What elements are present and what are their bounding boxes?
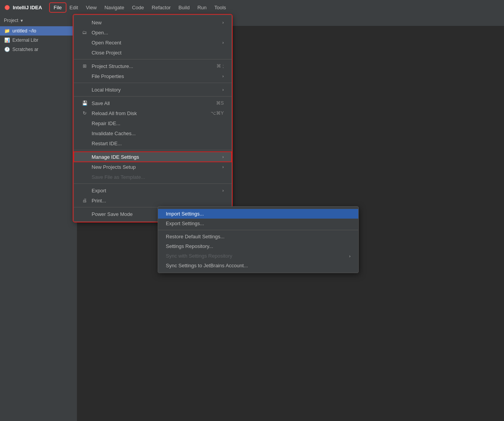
menu-edit[interactable]: Edit — [66, 3, 82, 12]
menu-item-manage-ide-settings[interactable]: Manage IDE Settings › — [74, 152, 232, 162]
save-all-icon: 💾 — [82, 100, 88, 106]
project-structure-icon: ⊞ — [82, 63, 88, 69]
arrow-icon-local-history: › — [222, 87, 224, 92]
arrow-icon-new-projects: › — [222, 165, 224, 169]
menu-item-print[interactable]: 🖨 Print... — [74, 195, 232, 205]
menu-item-reload-all[interactable]: ↻ Reload All from Disk ⌥⌘Y — [74, 108, 232, 118]
dropdown-container: New › 🗂 Open... Open Recent › Close Proj… — [0, 15, 158, 222]
menu-item-new-projects-setup[interactable]: New Projects Setup › — [74, 162, 232, 172]
menu-code[interactable]: Code — [128, 3, 148, 12]
menu-item-close-project[interactable]: Close Project — [74, 48, 232, 58]
file-menu: New › 🗂 Open... Open Recent › Close Proj… — [73, 15, 232, 222]
shortcut-reload: ⌥⌘Y — [211, 110, 224, 116]
export-icon — [82, 187, 88, 194]
reload-icon: ↻ — [82, 110, 88, 116]
arrow-icon-file-props: › — [222, 74, 224, 78]
arrow-icon-new: › — [222, 20, 224, 25]
divider-3 — [74, 96, 232, 97]
submenu-item-export-settings[interactable]: Export Settings... — [158, 219, 358, 228]
shortcut-project-structure: ⌘ ; — [216, 63, 224, 69]
menu-file[interactable]: File — [50, 3, 66, 12]
menu-item-save-file-template: Save File as Template... — [74, 172, 232, 182]
divider-1 — [74, 59, 232, 59]
repair-icon — [82, 120, 88, 126]
submenu-item-import-settings[interactable]: Import Settings... — [158, 209, 358, 219]
shortcut-save-all: ⌘S — [216, 100, 224, 106]
menu-item-open[interactable]: 🗂 Open... — [74, 27, 232, 37]
app-name: IntelliJ IDEA — [13, 5, 42, 10]
new-icon — [82, 19, 88, 25]
save-template-icon — [82, 174, 88, 180]
submenu-item-settings-repo[interactable]: Settings Repository... — [158, 241, 358, 251]
menu-item-project-structure[interactable]: ⊞ Project Structure... ⌘ ; — [74, 61, 232, 71]
file-props-icon — [82, 73, 88, 79]
folder-open-icon: 🗂 — [82, 29, 88, 36]
menu-tools[interactable]: Tools — [210, 3, 230, 12]
arrow-icon-manage-ide: › — [222, 154, 224, 159]
menu-item-restart-ide[interactable]: Restart IDE... — [74, 138, 232, 148]
menu-item-export[interactable]: Export › — [74, 185, 232, 195]
menu-view[interactable]: View — [82, 3, 100, 12]
print-icon: 🖨 — [82, 197, 88, 204]
power-save-icon — [82, 211, 88, 217]
traffic-light-red[interactable] — [5, 5, 10, 10]
menu-item-new[interactable]: New › — [74, 17, 232, 27]
menu-bar: File Edit View Navigate Code Refactor Bu… — [50, 3, 230, 12]
submenu-divider-1 — [158, 230, 358, 230]
submenu-item-sync-jetbrains[interactable]: Sync Settings to JetBrains Account... — [158, 261, 358, 270]
new-projects-icon — [82, 164, 88, 170]
submenu-item-sync-settings-repo: Sync with Settings Repository › — [158, 251, 358, 261]
close-project-icon — [82, 49, 88, 56]
menu-item-save-all[interactable]: 💾 Save All ⌘S — [74, 98, 232, 108]
divider-5 — [74, 183, 232, 184]
menu-item-local-history[interactable]: Local History › — [74, 85, 232, 95]
menu-navigate[interactable]: Navigate — [100, 3, 128, 12]
manage-ide-icon — [82, 154, 88, 160]
divider-4 — [74, 150, 232, 150]
local-history-icon — [82, 87, 88, 93]
divider-2 — [74, 83, 232, 83]
menu-item-open-recent[interactable]: Open Recent › — [74, 37, 232, 48]
arrow-icon-open-recent: › — [222, 40, 224, 45]
menu-refactor[interactable]: Refactor — [148, 3, 175, 12]
manage-ide-submenu: Import Settings... Export Settings... Re… — [158, 206, 359, 273]
menu-build[interactable]: Build — [175, 3, 194, 12]
arrow-icon-export: › — [222, 188, 224, 193]
menu-item-repair-ide[interactable]: Repair IDE... — [74, 118, 232, 128]
invalidate-icon — [82, 130, 88, 136]
title-bar: IntelliJ IDEA File Edit View Navigate Co… — [0, 0, 504, 15]
arrow-icon-sync: › — [349, 254, 351, 258]
menu-item-invalidate-caches[interactable]: Invalidate Caches... — [74, 128, 232, 138]
menu-run[interactable]: Run — [194, 3, 211, 12]
restart-icon — [82, 140, 88, 146]
open-recent-icon — [82, 39, 88, 46]
submenu-item-restore-default[interactable]: Restore Default Settings... — [158, 232, 358, 241]
menu-item-file-properties[interactable]: File Properties › — [74, 71, 232, 81]
